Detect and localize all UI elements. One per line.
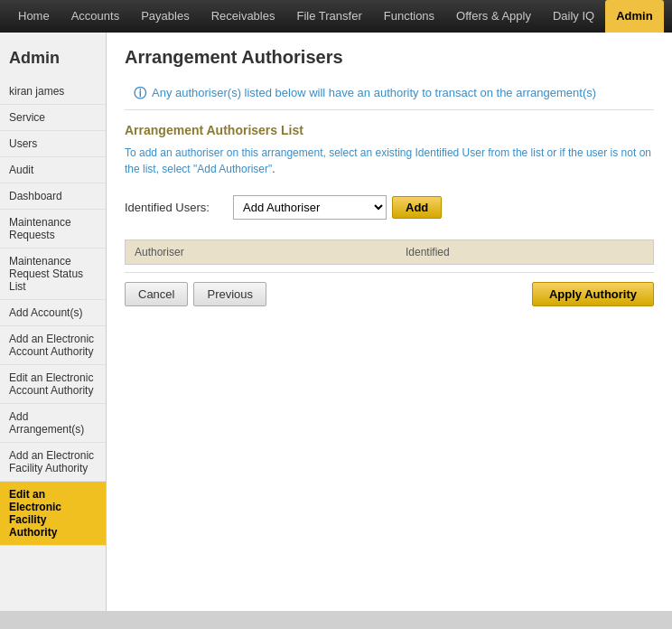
sidebar-item-kiran-james[interactable]: kiran james (0, 79, 106, 105)
section-description: To add an authoriser on this arrangement… (125, 145, 654, 177)
sidebar-item-audit[interactable]: Audit (0, 157, 106, 183)
info-icon: ⓘ (134, 86, 146, 102)
sidebar-item-add-arrangements[interactable]: Add Arrangement(s) (0, 404, 106, 443)
sidebar-item-add-accounts[interactable]: Add Account(s) (0, 300, 106, 326)
nav-receivables[interactable]: Receivables (201, 0, 286, 33)
table-col-authoriser: Authoriser (135, 246, 406, 258)
info-message-text: Any authoriser(s) listed below will have… (152, 86, 596, 99)
nav-payables[interactable]: Payables (130, 0, 200, 33)
previous-button[interactable]: Previous (193, 282, 266, 306)
main-content: Arrangement Authorisers ⓘ Any authoriser… (107, 33, 672, 611)
sidebar-item-edit-electronic-account-authority[interactable]: Edit an Electronic Account Authority (0, 365, 106, 404)
sidebar-item-service[interactable]: Service (0, 105, 106, 131)
nav-accounts[interactable]: Accounts (61, 0, 130, 33)
cancel-button[interactable]: Cancel (125, 282, 188, 306)
identified-users-label: Identified Users: (125, 201, 233, 214)
info-message-box: ⓘ Any authoriser(s) listed below will ha… (125, 79, 654, 110)
section-title: Arrangement Authorisers List (125, 123, 654, 137)
sidebar-item-users[interactable]: Users (0, 131, 106, 157)
sidebar-item-add-electronic-facility-authority[interactable]: Add an Electronic Facility Authority (0, 443, 106, 482)
nav-file-transfer[interactable]: File Transfer (285, 0, 372, 33)
table-header: Authoriser Identified (125, 239, 654, 265)
main-layout: Admin kiran james Service Users Audit Da… (0, 33, 672, 611)
apply-authority-button[interactable]: Apply Authority (532, 282, 654, 306)
action-row: Cancel Previous Apply Authority (125, 272, 654, 315)
add-button[interactable]: Add (392, 196, 442, 219)
sidebar: Admin kiran james Service Users Audit Da… (0, 33, 107, 611)
sidebar-title: Admin (0, 42, 106, 79)
nav-daily-iq[interactable]: Daily IQ (542, 0, 605, 33)
page-title: Arrangement Authorisers (125, 47, 654, 68)
nav-admin[interactable]: Admin (605, 0, 663, 33)
section-desc-link: "Add Authoriser" (193, 163, 272, 175)
sidebar-item-maintenance-request-status-list[interactable]: Maintenance Request Status List (0, 249, 106, 300)
identified-users-select[interactable]: Add Authoriser (233, 195, 387, 220)
sidebar-item-add-electronic-account-authority[interactable]: Add an Electronic Account Authority (0, 326, 106, 365)
left-buttons: Cancel Previous (125, 282, 266, 306)
top-navigation: Home Accounts Payables Receivables File … (0, 0, 672, 33)
table-col-identified: Identified (406, 246, 450, 258)
nav-home[interactable]: Home (7, 0, 61, 33)
nav-functions[interactable]: Functions (373, 0, 445, 33)
nav-offers-apply[interactable]: Offers & Apply (445, 0, 542, 33)
identified-users-row: Identified Users: Add Authoriser Add (125, 190, 654, 225)
sidebar-item-dashboard[interactable]: Dashboard (0, 183, 106, 210)
sidebar-item-edit-electronic-facility-authority[interactable]: Edit an Electronic Facility Authority (0, 482, 106, 546)
sidebar-item-maintenance-requests[interactable]: Maintenance Requests (0, 210, 106, 249)
